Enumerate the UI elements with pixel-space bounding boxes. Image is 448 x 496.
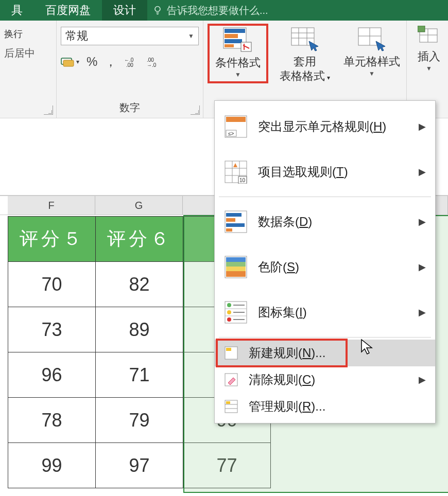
cell-styles-icon: [356, 26, 387, 51]
cell[interactable]: 97: [96, 443, 183, 488]
insert-button[interactable]: 插入 ▼: [411, 24, 447, 74]
column-header-g[interactable]: G: [95, 196, 183, 215]
number-dialog-launcher[interactable]: [191, 105, 200, 115]
menu-manage-rules-label: 管理规则(R)...: [249, 398, 325, 415]
tab-baidu[interactable]: 百度网盘: [34, 0, 102, 21]
tell-me-label: 告诉我您想要做什么...: [167, 4, 268, 17]
cell[interactable]: 71: [96, 352, 183, 398]
cell[interactable]: 96: [8, 352, 96, 398]
menu-separator: [219, 337, 431, 338]
menu-color-scales-label: 色阶(S): [258, 259, 299, 275]
menu-icon-sets-label: 图标集(I): [258, 304, 307, 321]
tab-truncated[interactable]: 具: [0, 0, 34, 21]
menu-new-rule-label: 新建规则(N)...: [249, 345, 325, 361]
cell[interactable]: 82: [96, 262, 183, 307]
format-as-table-icon: [289, 26, 320, 51]
conditional-formatting-label: 条件格式: [215, 56, 261, 70]
cell[interactable]: 70: [8, 262, 96, 307]
data-bars-icon: [224, 210, 248, 234]
header-cell[interactable]: 评分６: [96, 217, 183, 262]
chevron-down-icon: ▼: [426, 65, 432, 72]
tell-me-search[interactable]: 告诉我您想要做什么...: [152, 4, 268, 17]
svg-text:≤>: ≤>: [228, 131, 234, 136]
format-as-table-button[interactable]: 套用 表格格式 ▾: [274, 24, 335, 85]
conditional-formatting-menu: ≤> 突出显示单元格规则(H) ▶ 10 项目选取规则(T) ▶ 数据条(D) …: [214, 100, 436, 423]
menu-highlight-rules[interactable]: ≤> 突出显示单元格规则(H) ▶: [215, 104, 435, 149]
menu-top-bottom-rules[interactable]: 10 项目选取规则(T) ▶: [215, 149, 435, 194]
submenu-arrow-icon: ▶: [419, 216, 426, 227]
highlight-rules-icon: ≤>: [224, 115, 248, 138]
submenu-arrow-icon: ▶: [419, 121, 426, 132]
color-scales-icon: [224, 255, 248, 279]
wrap-text-button[interactable]: 换行: [4, 28, 23, 40]
menu-new-rule[interactable]: 新建规则(N)...: [215, 340, 435, 366]
decrease-decimal-button[interactable]: .00 →.0: [147, 56, 162, 68]
number-group-label: 数字: [61, 101, 199, 116]
conditional-formatting-icon: [222, 27, 253, 52]
svg-point-52: [227, 310, 231, 314]
number-format-value: 常规: [65, 28, 88, 44]
increase-decimal-button[interactable]: ←.0 .00: [124, 56, 140, 68]
svg-rect-42: [226, 228, 232, 232]
svg-point-53: [227, 317, 231, 322]
svg-rect-47: [226, 271, 246, 277]
cell[interactable]: 77: [183, 443, 271, 488]
menu-separator: [219, 197, 431, 197]
lightbulb-icon: [152, 5, 163, 15]
menu-manage-rules[interactable]: 管理规则(R)...: [215, 393, 435, 420]
svg-rect-2: [63, 60, 74, 66]
svg-rect-28: [226, 117, 246, 122]
menu-clear-rules-label: 清除规则(C): [249, 371, 315, 388]
cell[interactable]: 78: [8, 398, 96, 443]
menu-highlight-rules-label: 突出显示单元格规则(H): [258, 118, 386, 135]
header-cell[interactable]: 评分５: [8, 217, 96, 262]
conditional-formatting-button[interactable]: 条件格式 ▼: [208, 24, 268, 83]
currency-icon: [61, 57, 74, 67]
submenu-arrow-icon: ▶: [419, 307, 426, 318]
table-row: 99 97 77: [8, 443, 271, 488]
cell-styles-button[interactable]: 单元格样式 ▼: [341, 24, 402, 79]
chevron-down-icon: ▼: [235, 71, 241, 78]
tab-design[interactable]: 设计: [102, 0, 147, 21]
svg-text:→.0: →.0: [147, 62, 157, 68]
cell[interactable]: 73: [8, 307, 96, 352]
decrease-decimal-icon: .00 →.0: [147, 56, 162, 68]
svg-point-0: [155, 7, 160, 12]
svg-rect-26: [418, 26, 425, 32]
cell-styles-label: 单元格样式: [343, 55, 400, 69]
svg-rect-39: [226, 213, 242, 217]
svg-rect-46: [226, 267, 246, 271]
svg-point-51: [227, 303, 231, 307]
menu-icon-sets[interactable]: 图标集(I) ▶: [215, 290, 435, 335]
comma-button[interactable]: ，: [105, 54, 117, 70]
percent-button[interactable]: %: [87, 55, 97, 69]
cursor-icon: [360, 339, 374, 355]
svg-rect-8: [225, 29, 245, 33]
top-bottom-icon: 10: [224, 160, 248, 184]
cell[interactable]: 99: [8, 443, 96, 488]
submenu-arrow-icon: ▶: [419, 261, 426, 273]
menu-color-scales[interactable]: 色阶(S) ▶: [215, 244, 435, 290]
submenu-arrow-icon: ▶: [419, 374, 426, 385]
svg-text:.00: .00: [126, 62, 133, 68]
menu-top-bottom-label: 项目选取规则(T): [258, 164, 348, 180]
chevron-down-icon: ▼: [188, 32, 194, 40]
submenu-arrow-icon: ▶: [419, 166, 426, 178]
menu-clear-rules[interactable]: 清除规则(C) ▶: [215, 366, 435, 393]
number-format-combo[interactable]: 常规 ▼: [61, 27, 199, 45]
cell[interactable]: 79: [96, 398, 183, 443]
svg-text:10: 10: [239, 178, 246, 183]
chevron-down-icon: ▼: [369, 70, 375, 77]
merge-center-button[interactable]: 后居中: [4, 44, 52, 60]
new-rule-icon: [224, 346, 238, 360]
svg-rect-44: [226, 257, 246, 262]
number-group: 常规 ▼ ▾ % ， ←.0 .00: [57, 21, 203, 118]
menu-data-bars[interactable]: 数据条(D) ▶: [215, 199, 435, 244]
increase-decimal-icon: ←.0 .00: [124, 56, 140, 68]
insert-label: 插入: [418, 49, 440, 64]
column-header-f[interactable]: F: [8, 196, 95, 215]
currency-button[interactable]: ▾: [61, 57, 79, 67]
titlebar: 具 百度网盘 设计 告诉我您想要做什么...: [0, 0, 448, 21]
cell[interactable]: 89: [96, 307, 183, 352]
alignment-dialog-launcher[interactable]: [44, 105, 53, 115]
